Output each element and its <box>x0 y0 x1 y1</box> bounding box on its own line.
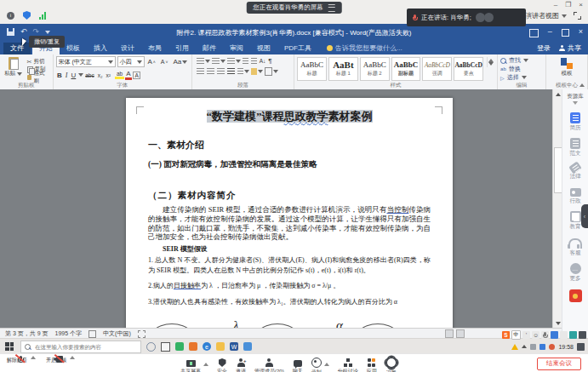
mic-options-icon[interactable] <box>31 356 36 359</box>
file-explorer-taskbar-icon[interactable] <box>216 342 225 351</box>
tray-app-icon[interactable] <box>579 331 586 339</box>
change-case-button[interactable]: Aa <box>171 58 189 66</box>
subscript-button[interactable]: x₂ <box>96 72 104 78</box>
chat-button[interactable]: 聊天 <box>293 358 303 372</box>
highlight-button[interactable]: ab <box>115 71 123 79</box>
wechat-taskbar-icon[interactable] <box>175 342 184 351</box>
tab-mailings[interactable]: 邮件 <box>196 42 223 54</box>
spellcheck-icon[interactable] <box>88 330 96 338</box>
increase-indent-icon[interactable] <box>251 58 257 65</box>
bullets-icon[interactable] <box>197 58 204 65</box>
emoji-icon[interactable]: ☺ <box>532 331 539 339</box>
sidebar-item-legal[interactable]: 法律 <box>570 163 581 180</box>
page-indicator[interactable]: 第 3 页，共 9 页 <box>5 329 49 338</box>
justify-icon[interactable] <box>227 68 235 75</box>
settings-button[interactable]: 设置 <box>385 356 397 372</box>
record-button[interactable]: 录制 <box>311 357 322 372</box>
fullscreen-icon[interactable] <box>574 12 581 20</box>
task-view-icon[interactable] <box>161 342 170 352</box>
sidebar-item-resume[interactable]: 简历 <box>570 112 581 132</box>
style-heading2[interactable]: AaBbC 标题 2 <box>360 57 390 81</box>
tray-app-icon[interactable] <box>569 331 577 339</box>
word-restore-icon[interactable] <box>562 29 569 37</box>
style-heading1[interactable]: AaBt 标题 1 <box>328 57 358 81</box>
language-indicator[interactable]: 中文(中国) <box>103 329 131 338</box>
tab-references[interactable]: 引用 <box>168 42 196 54</box>
tray-app-icon[interactable] <box>560 331 568 339</box>
share-screen-button[interactable]: 共享屏幕 <box>180 358 201 372</box>
tray-expand-icon[interactable] <box>522 345 527 348</box>
format-painter-button[interactable]: 格式刷 <box>27 73 50 81</box>
unmute-button[interactable]: 解除静音 <box>7 356 27 364</box>
tab-insert[interactable]: 插入 <box>87 42 114 54</box>
font-color-button[interactable]: A <box>125 70 132 80</box>
tab-view[interactable]: 视图 <box>250 42 277 54</box>
tab-pdf-tools[interactable]: PDF工具 <box>277 42 318 54</box>
minimize-icon[interactable]: – <box>554 1 557 9</box>
web-layout-view-icon[interactable] <box>456 329 465 338</box>
meeting-security-icon[interactable] <box>23 11 31 20</box>
security-button[interactable]: 安全 <box>217 358 227 372</box>
tray-icon[interactable] <box>530 344 536 350</box>
sidebar-item-education[interactable]: 教育 <box>570 211 581 231</box>
notification-center-icon[interactable] <box>577 343 585 351</box>
meeting-info-icon[interactable]: i <box>7 12 14 20</box>
meeting-app-taskbar-icon[interactable] <box>243 342 252 351</box>
strikethrough-button[interactable]: abc <box>84 72 95 78</box>
shrink-font-button[interactable]: A˅ <box>159 59 170 65</box>
style-emphasis[interactable]: AaBbCcD 强调 <box>422 57 452 81</box>
end-meeting-button[interactable]: 结束会议 <box>537 358 581 370</box>
tab-layout[interactable]: 布局 <box>141 42 168 54</box>
video-options-icon[interactable] <box>70 356 75 359</box>
style-heading[interactable]: AaBbC 标题 <box>297 57 327 81</box>
invite-button[interactable]: + 邀请 <box>236 358 246 372</box>
record-options-icon[interactable] <box>324 363 329 366</box>
taskbar-search[interactable] <box>20 341 141 353</box>
select-button[interactable]: ▷选择 <box>500 73 543 82</box>
style-subtitle[interactable]: AaBbC 副标题 <box>391 57 421 81</box>
sidebar-item-more[interactable]: …更多 <box>570 263 581 283</box>
search-input[interactable] <box>33 343 130 351</box>
word-taskbar-icon[interactable]: W <box>230 342 238 351</box>
collapse-ribbon-icon[interactable] <box>579 83 585 87</box>
tab-review[interactable]: 审阅 <box>223 42 250 54</box>
cortana-icon[interactable] <box>146 342 156 352</box>
warning-tray-icon[interactable] <box>511 344 518 350</box>
borders-icon[interactable] <box>265 67 272 76</box>
underline-dropdown-icon[interactable] <box>78 73 83 77</box>
paste-button[interactable]: 粘贴 <box>3 57 25 77</box>
resource-sidebar-header[interactable]: 资源库 <box>567 93 584 106</box>
cut-button[interactable]: ✂剪切 <box>27 58 50 66</box>
word-close-icon[interactable]: × <box>579 27 583 37</box>
sidebar-collapse-handle[interactable]: ‹ <box>581 204 588 228</box>
show-marks-icon[interactable]: ¶ <box>267 57 273 65</box>
align-right-icon[interactable] <box>217 68 225 75</box>
punctuation-icon[interactable]: ’ <box>522 331 530 339</box>
italic-button[interactable]: I <box>64 72 69 79</box>
insert-mode-icon[interactable] <box>138 330 146 338</box>
decrease-indent-icon[interactable] <box>243 58 248 65</box>
tab-design[interactable]: 设计 <box>114 42 141 54</box>
close-icon[interactable]: × <box>579 1 583 9</box>
red-packet-icon[interactable] <box>569 289 582 302</box>
sign-in-link[interactable]: 登录 <box>537 43 551 53</box>
start-video-button[interactable]: 开启视频 <box>46 356 66 364</box>
multilevel-list-icon[interactable] <box>227 58 235 65</box>
sidebar-item-admin[interactable]: 行政 <box>570 186 581 205</box>
word-minimize-icon[interactable]: – <box>548 27 552 37</box>
document-page[interactable]: “数学建模”课程思政教学素材案例 一、素材介绍 (一) 面对新冠病毒，加强管控和… <box>126 98 453 328</box>
sogou-icon[interactable]: S <box>502 331 510 339</box>
menu-icon[interactable] <box>328 4 335 12</box>
align-center-icon[interactable] <box>207 68 214 75</box>
font-size-select[interactable]: 小四 <box>117 56 145 67</box>
ribbon-options-icon[interactable] <box>529 29 539 37</box>
manage-members-button[interactable]: 管理成员(20) <box>254 358 284 372</box>
tell-me-box[interactable]: 告诉我您想要做什么... <box>327 43 402 54</box>
underline-button[interactable]: U <box>70 72 77 79</box>
sidebar-item-samples[interactable]: 范文 <box>570 138 581 157</box>
print-layout-view-icon[interactable] <box>445 329 454 338</box>
tray-app-icon[interactable] <box>551 331 558 339</box>
share-button[interactable]: 共享 <box>559 43 581 53</box>
sort-icon[interactable]: A↓ <box>258 58 267 64</box>
viewing-banner[interactable]: 您正在观看肖华勇的屏幕 <box>246 2 342 14</box>
